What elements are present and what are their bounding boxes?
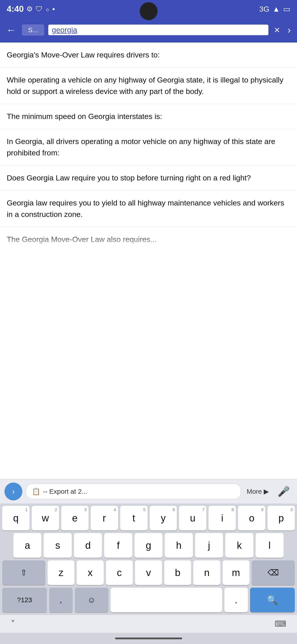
back-icon: ←	[6, 24, 16, 36]
result-item-5[interactable]: Does Georgia Law require you to stop bef…	[0, 166, 297, 190]
result-item-2[interactable]: While operating a vehicle on any highway…	[0, 68, 297, 104]
key-h[interactable]: h	[165, 533, 193, 558]
key-j[interactable]: j	[195, 533, 223, 558]
home-bar-line	[115, 638, 182, 639]
status-bar: 4:40 ⚙ 🛡 ⬦ ▪ 3G ▲ ▭	[0, 0, 297, 18]
more-icon: ▶	[264, 488, 269, 495]
shift-key[interactable]: ⇧	[2, 560, 45, 585]
shield-icon: 🛡	[35, 5, 43, 13]
search-results-container: Georgia's Move-Over Law requires drivers…	[0, 42, 297, 479]
more-suggestions-button[interactable]: More ▶	[245, 488, 271, 495]
key-e[interactable]: e3	[61, 506, 88, 530]
result-text-1: Georgia's Move-Over Law requires drivers…	[7, 50, 160, 59]
key-f[interactable]: f	[104, 533, 132, 558]
emoji-icon: ☺	[87, 595, 96, 605]
search-icon: 🔍	[267, 595, 278, 605]
network-type: 3G	[259, 5, 269, 14]
key-x[interactable]: x	[77, 560, 103, 585]
more-label: More	[247, 488, 262, 495]
key-t[interactable]: t5	[120, 506, 147, 530]
key-n[interactable]: n	[193, 560, 220, 585]
result-text-5: Does Georgia Law require you to stop bef…	[7, 174, 251, 182]
key-w[interactable]: w2	[32, 506, 59, 530]
result-item-4[interactable]: In Georgia, all drivers operating a moto…	[0, 129, 297, 166]
back-button[interactable]: ←	[4, 22, 18, 37]
clear-icon: ×	[274, 24, 280, 36]
key-u[interactable]: u7	[179, 506, 206, 530]
browser-toolbar: ← S... georgia × ›	[0, 18, 297, 42]
address-bar-container[interactable]: georgia	[48, 24, 268, 36]
autocomplete-nav-button[interactable]: ›	[4, 482, 22, 500]
key-k[interactable]: k	[225, 533, 253, 558]
tab-label[interactable]: S...	[22, 24, 44, 36]
clipboard-text: -- Export at 2...	[43, 488, 87, 495]
emoji-key[interactable]: ☺	[75, 588, 108, 612]
search-key[interactable]: 🔍	[250, 588, 295, 612]
backspace-icon: ⌫	[268, 568, 279, 577]
key-a[interactable]: a	[13, 533, 41, 558]
result-item-6[interactable]: Georgia law requires you to yield to all…	[0, 190, 297, 227]
keyboard-row-2: a s d f g h j k l	[0, 533, 297, 558]
signal-icon: ▲	[273, 5, 280, 14]
key-o[interactable]: o9	[238, 506, 265, 530]
shift-icon: ⇧	[20, 568, 27, 577]
home-bar	[0, 633, 297, 644]
key-r[interactable]: r4	[91, 506, 118, 530]
autocomplete-bar: › 📋 -- Export at 2... More ▶ 🎤	[0, 479, 297, 504]
clipboard-icon: 📋	[32, 488, 40, 495]
key-l[interactable]: l	[256, 533, 284, 558]
key-s[interactable]: s	[43, 533, 71, 558]
settings-icon: ⚙	[26, 5, 33, 13]
result-text-7: The Georgia Move-Over Law also requires.…	[7, 235, 157, 244]
key-q[interactable]: q1	[2, 506, 29, 530]
backspace-key[interactable]: ⌫	[252, 560, 295, 585]
space-key[interactable]	[111, 588, 222, 612]
clear-button[interactable]: ×	[273, 22, 282, 37]
keyboard-row-3: ⇧ z x c v b n m ⌫	[0, 560, 297, 585]
result-item-3[interactable]: The minimum speed on Georgia interstates…	[0, 104, 297, 129]
key-m[interactable]: m	[223, 560, 249, 585]
key-z[interactable]: z	[48, 560, 74, 585]
microphone-icon: 🎤	[278, 486, 290, 497]
clipboard-suggestion-button[interactable]: 📋 -- Export at 2...	[26, 484, 241, 499]
microphone-button[interactable]: 🎤	[275, 482, 293, 500]
keyboard-layout-button[interactable]: ⌨	[273, 618, 288, 630]
keyboard-row-4: ?123 , ☺ . 🔍	[0, 588, 297, 612]
bottom-keyboard-bar: ˅ ⌨	[0, 615, 297, 633]
forward-icon: ›	[288, 24, 291, 36]
card-icon: ▪	[52, 5, 55, 13]
key-d[interactable]: d	[74, 533, 102, 558]
address-bar-text: georgia	[52, 26, 265, 34]
period-key[interactable]: .	[224, 588, 248, 612]
result-text-4: In Georgia, all drivers operating a moto…	[7, 137, 275, 157]
keyboard-row-1: q1 w2 e3 r4 t5 y6 u7 i8 o9 p0	[0, 506, 297, 530]
keyboard: q1 w2 e3 r4 t5 y6 u7 i8 o9 p0 a s d f g …	[0, 504, 297, 615]
key-i[interactable]: i8	[209, 506, 236, 530]
result-item-1[interactable]: Georgia's Move-Over Law requires drivers…	[0, 42, 297, 68]
result-text-2: While operating a vehicle on any highway…	[7, 76, 283, 96]
comma-key[interactable]: ,	[49, 588, 73, 612]
result-text-3: The minimum speed on Georgia interstates…	[7, 112, 162, 120]
key-b[interactable]: b	[164, 560, 191, 585]
key-p[interactable]: p0	[268, 506, 295, 530]
drop-icon: ⬦	[45, 5, 50, 13]
autocomplete-nav-icon: ›	[12, 487, 15, 496]
numbers-label: ?123	[17, 596, 32, 604]
key-c[interactable]: c	[106, 560, 133, 585]
result-item-7[interactable]: The Georgia Move-Over Law also requires.…	[0, 227, 297, 249]
result-text-6: Georgia law requires you to yield to all…	[7, 198, 284, 218]
camera-bump	[140, 2, 158, 20]
key-y[interactable]: y6	[150, 506, 177, 530]
keyboard-icon: ⌨	[275, 619, 286, 628]
key-g[interactable]: g	[135, 533, 162, 558]
forward-button[interactable]: ›	[286, 22, 293, 37]
status-time: 4:40	[7, 4, 24, 14]
chevron-down-icon: ˅	[11, 619, 15, 629]
keyboard-collapse-button[interactable]: ˅	[9, 617, 17, 631]
numbers-key[interactable]: ?123	[2, 588, 47, 612]
battery-icon: ▭	[283, 4, 290, 14]
key-v[interactable]: v	[135, 560, 162, 585]
